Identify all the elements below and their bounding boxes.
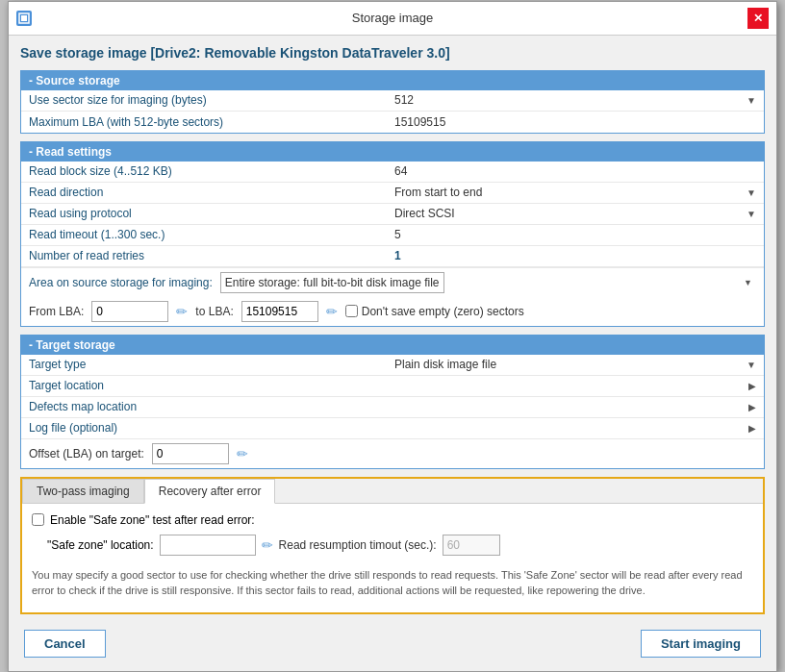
block-size-text: 64 [394,164,407,178]
offset-lba-row: Offset (LBA) on target: ✏ [21,439,764,468]
defects-map-arrow-icon[interactable]: ▶ [748,402,756,412]
tab-bar: Two-pass imaging Recovery after error [22,479,763,504]
target-location-row[interactable]: Target location ▶ [21,376,764,397]
block-size-value: 64 [387,162,764,181]
main-window: Storage image ✕ Save storage image [Driv… [8,1,777,672]
read-timeout-row: Read timeout (1..300 sec.) 5 [21,225,764,246]
safe-zone-location-label: "Safe zone" location: [47,538,154,552]
close-button[interactable]: ✕ [747,8,769,29]
title-bar: Storage image ✕ [9,2,776,36]
read-protocol-value: Direct SCSI ▼ [387,204,764,223]
title-bar-left [16,11,38,26]
offset-lba-edit-icon[interactable]: ✏ [237,446,248,461]
to-lba-label: to LBA: [195,305,233,318]
target-type-text: Plain disk image file [394,358,496,371]
log-file-value: ▶ [387,420,764,436]
read-direction-label: Read direction [21,183,387,202]
enable-safe-zone-checkbox[interactable] [32,513,44,526]
max-lba-row: Maximum LBA (with 512-byte sectors) 1510… [21,112,764,133]
read-settings-header-text: - Read settings [29,145,112,159]
window-icon [16,11,32,26]
resumption-input[interactable]: 60 [443,535,500,556]
target-storage-body: Target type Plain disk image file ▼ Targ… [21,355,764,468]
footer-buttons: Cancel Start imaging [20,622,765,661]
sector-size-value: 512 ▼ [387,90,764,110]
empty-sectors-checkbox-row: Don't save empty (zero) sectors [345,305,524,318]
window-content: Save storage image [Drive2: Removable Ki… [9,36,776,671]
target-type-value: Plain disk image file ▼ [387,355,764,374]
max-lba-value: 15109515 [387,112,764,132]
source-storage-body: Use sector size for imaging (bytes) 512 … [21,90,764,133]
log-file-arrow-icon[interactable]: ▶ [748,423,756,434]
enable-safe-zone-row: Enable "Safe zone" test after read error… [32,513,753,527]
block-size-label: Read block size (4..512 KB) [21,162,387,181]
target-location-value: ▶ [387,378,764,394]
target-location-label: Target location [21,376,387,395]
lba-row: From LBA: ✏ to LBA: ✏ Don't save empty (… [21,297,764,326]
source-storage-header: - Source storage [21,71,764,90]
log-file-row[interactable]: Log file (optional) ▶ [21,418,764,439]
empty-sectors-label: Don't save empty (zero) sectors [362,305,524,318]
read-direction-row: Read direction From start to end ▼ [21,183,764,204]
read-settings-header: - Read settings [21,142,764,162]
safe-zone-edit-icon[interactable]: ✏ [262,537,273,553]
empty-sectors-checkbox[interactable] [345,305,358,317]
area-select-wrapper[interactable]: Entire storage: full bit-to-bit disk ima… [220,272,756,293]
start-imaging-button[interactable]: Start imaging [641,630,761,658]
read-protocol-label: Read using protocol [21,204,387,223]
cancel-button[interactable]: Cancel [24,630,106,658]
source-storage-header-text: - Source storage [29,74,120,87]
dialog-title: Save storage image [Drive2: Removable Ki… [20,45,765,61]
read-settings-section: - Read settings Read block size (4..512 … [20,141,765,327]
read-protocol-dropdown-icon[interactable]: ▼ [747,209,756,219]
read-timeout-value: 5 [387,225,764,244]
sector-size-row: Use sector size for imaging (bytes) 512 … [21,90,764,112]
target-type-dropdown-icon[interactable]: ▼ [747,360,756,370]
read-protocol-text: Direct SCSI [394,207,455,220]
area-row: Area on source storage for imaging: Enti… [21,267,764,297]
offset-lba-input[interactable] [152,443,229,464]
max-lba-text: 15109515 [394,115,445,129]
target-storage-section: - Target storage Target type Plain disk … [20,335,765,469]
target-type-label: Target type [21,355,387,374]
read-direction-value: From start to end ▼ [387,183,764,202]
read-direction-dropdown-icon[interactable]: ▼ [747,187,756,198]
sector-size-label: Use sector size for imaging (bytes) [21,90,387,110]
sector-size-text: 512 [394,93,414,107]
svg-rect-1 [21,15,27,21]
target-type-row: Target type Plain disk image file ▼ [21,355,764,376]
read-retries-value: 1 [387,246,764,265]
sector-size-dropdown-icon[interactable]: ▼ [747,95,756,106]
from-lba-input[interactable] [91,301,168,322]
block-size-row: Read block size (4..512 KB) 64 [21,162,764,183]
area-select[interactable]: Entire storage: full bit-to-bit disk ima… [220,272,444,293]
target-location-arrow-icon[interactable]: ▶ [748,381,756,391]
read-settings-body: Read block size (4..512 KB) 64 Read dire… [21,162,764,326]
safe-zone-location-row: "Safe zone" location: ✏ Read resumption … [32,535,753,556]
info-text: You may specify a good sector to use for… [32,563,753,603]
read-timeout-label: Read timeout (1..300 sec.) [21,225,387,244]
log-file-label: Log file (optional) [21,418,387,437]
read-retries-row: Number of read retries 1 [21,246,764,267]
enable-safe-zone-label: Enable "Safe zone" test after read error… [50,513,255,527]
tab-section: Two-pass imaging Recovery after error En… [20,477,765,614]
to-lba-input[interactable] [241,301,318,322]
read-timeout-text: 5 [394,228,401,241]
area-label: Area on source storage for imaging: [29,276,213,289]
read-retries-text: 1 [394,249,401,262]
target-storage-header: - Target storage [21,336,764,355]
defects-map-value: ▶ [387,399,764,415]
read-protocol-row: Read using protocol Direct SCSI ▼ [21,204,764,225]
to-lba-edit-icon[interactable]: ✏ [326,304,338,319]
window-title: Storage image [38,11,747,25]
tab-recovery-after-error[interactable]: Recovery after error [144,479,276,504]
tab-two-pass[interactable]: Two-pass imaging [22,479,144,504]
tab-content: Enable "Safe zone" test after read error… [22,504,763,612]
offset-lba-label: Offset (LBA) on target: [29,447,144,460]
resumption-label: Read resumption timout (sec.): [279,538,437,552]
target-storage-header-text: - Target storage [29,338,115,352]
safe-zone-location-input[interactable] [160,535,256,556]
from-lba-edit-icon[interactable]: ✏ [176,304,188,319]
defects-map-label: Defects map location [21,397,387,416]
defects-map-row[interactable]: Defects map location ▶ [21,397,764,418]
